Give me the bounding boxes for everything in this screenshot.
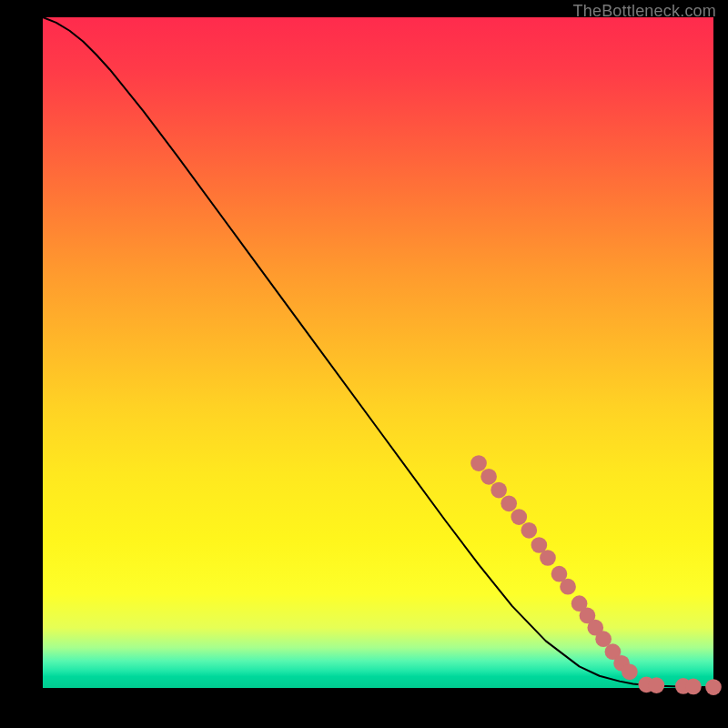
chart-marker — [490, 482, 507, 499]
chart-marker — [521, 522, 537, 539]
chart-stage: TheBottleneck.com — [0, 0, 728, 728]
chart-marker — [540, 550, 556, 566]
chart-marker — [480, 469, 497, 485]
chart-marker — [500, 495, 517, 511]
chart-svg — [43, 17, 713, 688]
chart-marker — [705, 679, 722, 695]
chart-curve — [43, 17, 713, 687]
chart-marker — [685, 679, 702, 695]
chart-marker — [511, 509, 527, 525]
chart-marker — [470, 455, 487, 471]
chart-plot-area — [43, 17, 713, 688]
chart-marker — [560, 579, 576, 595]
chart-markers — [470, 455, 722, 695]
watermark-text: TheBottleneck.com — [573, 2, 716, 21]
chart-marker — [649, 677, 665, 693]
chart-marker — [622, 663, 638, 680]
